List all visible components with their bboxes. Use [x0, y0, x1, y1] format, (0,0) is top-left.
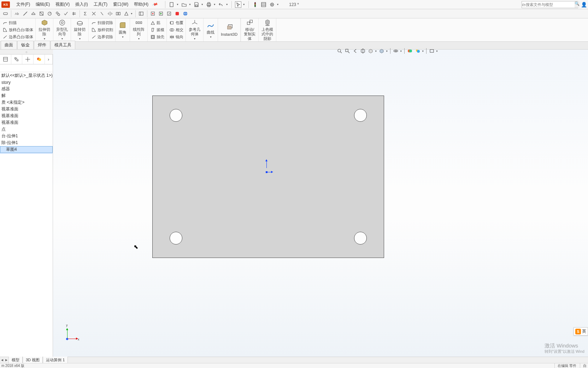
open-icon[interactable] [181, 1, 187, 8]
hole-bottom-right[interactable] [354, 232, 367, 245]
tree-sketch4[interactable]: 草图4 [0, 146, 53, 153]
print-icon[interactable] [206, 1, 212, 8]
tree-sensors[interactable]: 感器 [0, 86, 53, 92]
measure-icon[interactable] [22, 11, 28, 17]
btab-prev-icon[interactable]: ◀ [0, 358, 4, 362]
ribbon-shell[interactable]: 抽壳 [150, 34, 164, 41]
edit-appearance-icon[interactable] [407, 48, 413, 54]
check-geometry-icon[interactable] [63, 11, 69, 17]
ribbon-intersect[interactable]: 相交 [169, 26, 183, 33]
tree-origin[interactable]: 点 [0, 126, 53, 133]
ribbon-swept-cut[interactable]: 扫描切除 [91, 19, 113, 26]
view-triad[interactable]: y x [64, 325, 81, 343]
ime-indicator[interactable]: S 英 [574, 327, 588, 335]
hole-top-left[interactable] [170, 109, 182, 122]
vr-icon[interactable] [2, 11, 8, 17]
macro-play-icon[interactable] [158, 11, 164, 17]
menu-file[interactable]: 文件(F) [13, 1, 33, 7]
macro-record-icon[interactable] [150, 11, 156, 17]
panel-tab-configuration-icon[interactable] [22, 54, 34, 64]
user-icon[interactable]: 👤 [580, 1, 587, 8]
hide-show-icon[interactable] [393, 48, 399, 54]
btab-3d-view[interactable]: 3D 视图 [23, 357, 43, 363]
section-view-icon[interactable] [360, 48, 366, 54]
zoom-area-icon[interactable] [344, 48, 351, 54]
panel-grip[interactable]: ○ [0, 50, 53, 54]
ribbon-shaded-mode-shadow[interactable]: 上色模 式中的 阴影 [259, 18, 276, 41]
ribbon-fillet[interactable]: 圆角▼ [116, 18, 130, 41]
zoom-fit-icon[interactable] [336, 48, 343, 54]
import-diagnostics-icon[interactable] [71, 11, 77, 17]
ribbon-wrap[interactable]: 包覆 [169, 19, 183, 26]
addins-icon[interactable] [174, 11, 181, 17]
ribbon-instant3d[interactable]: Instant3D [218, 18, 241, 41]
tree-cut-extrude1[interactable]: 除-拉伸1 [0, 139, 53, 146]
form-icon[interactable] [260, 1, 267, 8]
ribbon-extruded-cut[interactable]: 拉伸切 除▼ [36, 18, 53, 41]
tree-annotations[interactable]: 解 [0, 92, 53, 99]
deviation-icon[interactable] [90, 11, 97, 17]
panel-tab-appearance-icon[interactable] [34, 54, 45, 64]
ribbon-boundary-cut[interactable]: 边界切除 [91, 34, 113, 41]
search-box[interactable]: 🗁 🔍 [522, 1, 578, 8]
btab-model[interactable]: 模型 [8, 357, 23, 363]
tree-right-plane[interactable]: 视基准面 [0, 119, 53, 126]
search-go-icon[interactable]: 🔍 [575, 1, 580, 8]
view-settings-icon[interactable] [429, 48, 435, 54]
ribbon-loft-boss[interactable]: 放样凸台/基体 [2, 26, 33, 33]
ribbon-loft-cut[interactable]: 放样切割 [91, 26, 113, 33]
tree-material[interactable]: 质 <未指定> [0, 99, 53, 106]
save-icon[interactable] [193, 1, 200, 8]
apply-scene-icon[interactable] [414, 48, 421, 54]
hole-bottom-left[interactable] [170, 232, 182, 245]
ribbon-curves[interactable]: 曲线▼ [204, 18, 218, 41]
tree-top-plane[interactable]: 视基准面 [0, 113, 53, 119]
ribbon-move-copy-body[interactable]: 移动/ 复制实 体 [241, 18, 259, 41]
ribbon-hole-wizard[interactable]: 异型孔 向导▼ [53, 18, 71, 41]
traffic-light-icon[interactable] [252, 1, 258, 8]
macro-edit-icon[interactable] [166, 11, 172, 17]
menu-window[interactable]: 窗口(W) [110, 1, 131, 7]
menu-insert[interactable]: 插入(I) [72, 1, 90, 7]
ribbon-boundary-boss[interactable]: 边界凸台/基体 [2, 34, 33, 41]
menu-help[interactable]: 帮助(H) [131, 1, 151, 7]
check-spelling-icon[interactable]: Ab [14, 11, 20, 17]
section-properties-icon[interactable] [38, 11, 45, 17]
ribbon-mirror[interactable]: 镜向 [169, 34, 183, 41]
mass-properties-icon[interactable] [30, 11, 36, 17]
tab-mold-tools[interactable]: 模具工具 [51, 41, 75, 49]
panel-tab-property-icon[interactable] [11, 54, 23, 64]
ribbon-draft[interactable]: 拔模 [150, 26, 164, 33]
options-icon[interactable] [269, 1, 275, 8]
graphics-area[interactable]: ▼ ▼ ▼ ▼ ▼ ⬉ y x S 英 [53, 50, 588, 357]
menu-view[interactable]: 视图(V) [53, 1, 72, 7]
draft-analysis-icon[interactable] [123, 11, 129, 17]
tree-history[interactable]: story [0, 79, 53, 86]
ribbon-reference-geometry[interactable]: 参考几 何体▼ [186, 18, 204, 41]
hole-top-right[interactable] [354, 109, 367, 122]
dimxpert-icon[interactable] [138, 11, 145, 17]
panel-tab-more-icon[interactable]: › [45, 54, 53, 64]
pin-icon[interactable]: 📌 [152, 1, 159, 7]
equations-icon[interactable]: Σ [82, 11, 89, 17]
tree-boss-extrude1[interactable]: 台-拉伸1 [0, 133, 53, 139]
display-style-icon[interactable] [378, 48, 385, 54]
ribbon-rib[interactable]: 筋 [150, 19, 164, 26]
symmetry-check-icon[interactable] [107, 11, 113, 17]
select-icon[interactable] [235, 1, 241, 8]
undo-icon[interactable] [218, 1, 224, 8]
compare-icon[interactable] [115, 11, 121, 17]
model-plate[interactable] [152, 96, 384, 258]
btab-next-icon[interactable]: ▶ [4, 358, 8, 362]
ribbon-revolved-cut[interactable]: 旋转切 除▼ [71, 18, 89, 41]
tree-front-plane[interactable]: 视基准面 [0, 106, 53, 113]
menu-tools[interactable]: 工具(T) [91, 1, 110, 7]
menu-edit[interactable]: 编辑(E) [33, 1, 53, 7]
tab-weldments[interactable]: 焊件 [34, 41, 50, 49]
ribbon-sweep[interactable]: 扫描 [2, 19, 33, 26]
thickness-icon[interactable] [99, 11, 105, 17]
panel-tab-feature-tree-icon[interactable] [0, 54, 11, 64]
globe-icon[interactable] [182, 11, 189, 17]
statistics-icon[interactable] [54, 11, 61, 17]
tab-surface[interactable]: 曲面 [1, 41, 17, 49]
